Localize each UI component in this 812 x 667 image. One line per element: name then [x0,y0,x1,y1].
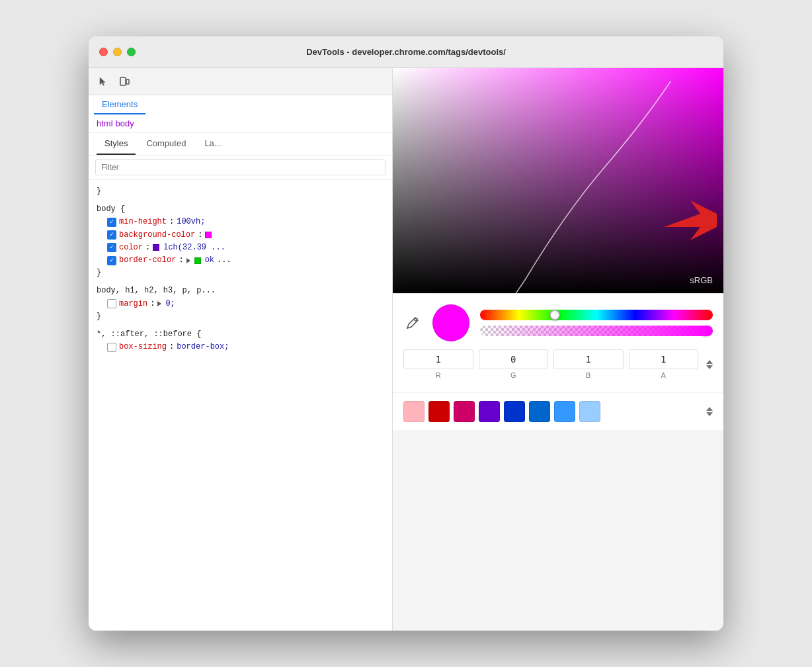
devtools-toolbar [89,68,392,95]
swatches-spinner-up[interactable] [706,407,713,411]
tab-layout[interactable]: La... [196,133,229,155]
checkbox-border-color[interactable] [107,256,116,265]
close-button[interactable] [99,48,108,56]
sliders-area [480,310,713,336]
main-tab-bar: Elements [89,95,392,114]
css-prop-color: color : lch(32.39 ... [97,242,384,254]
devtools-container: Elements html body Styles Computed La... [89,68,723,631]
hue-thumb[interactable] [549,310,560,320]
breadcrumb-html[interactable]: html [97,118,113,128]
right-panel: sRGB [393,68,723,631]
checkbox-box-sizing[interactable] [107,343,116,352]
tab-computed[interactable]: Computed [138,133,194,155]
css-rule-universal: *, ::after, ::before { box-sizing : bord… [97,328,384,353]
swatches-row [393,392,723,430]
swatch-0[interactable] [403,401,425,422]
swatch-3[interactable] [479,401,500,422]
checkbox-margin[interactable] [107,299,116,308]
window-title: DevTools - developer.chrome.com/tags/dev… [306,47,506,57]
swatch-7[interactable] [579,401,600,422]
checkbox-background-color[interactable] [107,230,116,240]
b-input-group: B [553,349,624,379]
svg-rect-1 [126,79,129,84]
g-label: G [510,371,516,379]
spinner-down[interactable] [706,365,713,369]
rgba-spinner [706,360,713,369]
color-swatch-border[interactable] [194,257,201,264]
color-preview-row [403,304,713,341]
g-input-group: G [479,349,549,379]
css-selector-universal: *, ::after, ::before { [97,328,384,341]
r-input[interactable] [403,349,473,369]
b-input[interactable] [553,349,624,369]
css-prop-box-sizing: box-sizing : border-box; [97,341,384,353]
triangle-icon-margin [157,301,161,306]
css-rule-body: body { min-height : 100vh; background-co… [97,203,384,279]
hue-slider[interactable] [480,310,713,320]
css-panel: } body { min-height : 100vh; background-… [89,180,392,631]
color-swatch-color[interactable] [153,244,159,251]
a-input-group: A [629,349,699,379]
swatch-2[interactable] [454,401,475,422]
breadcrumb-body[interactable]: body [116,118,134,128]
css-selector-body: body { [97,203,384,216]
device-icon[interactable] [115,72,134,91]
svg-point-3 [415,318,417,321]
css-prop-border-color: border-color : ok ... [97,254,384,267]
r-label: R [436,371,441,379]
css-prop-background-color: background-color : [97,229,384,242]
browser-window: DevTools - developer.chrome.com/tags/dev… [89,36,723,631]
triangle-icon-border [186,258,190,263]
filter-input[interactable] [95,159,386,175]
breadcrumb: html body [89,114,392,133]
swatches-spinner [706,407,713,416]
swatch-1[interactable] [428,401,450,422]
filter-bar [89,156,392,180]
checkbox-color[interactable] [107,243,116,252]
maximize-button[interactable] [127,48,136,56]
color-gradient-area[interactable]: sRGB [393,68,723,293]
svg-rect-0 [120,77,126,85]
color-controls: R G B A [393,293,723,392]
g-input[interactable] [479,349,549,369]
gamut-curve-svg [393,68,723,293]
eyedropper-button[interactable] [403,314,422,332]
tab-elements[interactable]: Elements [94,95,145,114]
a-input[interactable] [629,349,699,369]
alpha-thumb[interactable] [700,326,711,336]
tab-styles[interactable]: Styles [97,133,136,155]
spinner-up[interactable] [706,360,713,364]
css-rule-prev-close: } [97,185,384,198]
styles-tab-bar: Styles Computed La... [89,133,392,156]
svg-marker-2 [664,200,717,240]
swatches-spinner-down[interactable] [706,412,713,416]
css-rule-body-headings: body, h1, h2, h3, p, p... margin : 0; } [97,285,384,323]
alpha-slider[interactable] [480,326,713,336]
css-prop-min-height: min-height : 100vh; [97,216,384,228]
b-label: B [586,371,590,379]
swatch-5[interactable] [529,401,550,422]
titlebar: DevTools - developer.chrome.com/tags/dev… [89,36,723,68]
srgb-label: sRGB [690,275,713,285]
swatch-4[interactable] [504,401,525,422]
a-label: A [661,371,666,379]
color-swatch-background[interactable] [205,232,212,238]
traffic-lights [99,48,136,56]
checkbox-min-height[interactable] [107,218,116,227]
cursor-icon[interactable] [94,72,112,91]
left-panel: Elements html body Styles Computed La... [89,68,393,631]
rgba-inputs-row: R G B A [403,349,713,379]
css-prop-margin: margin : 0; [97,298,384,310]
minimize-button[interactable] [113,48,122,56]
color-preview-circle [432,304,469,341]
swatch-6[interactable] [554,401,575,422]
color-picker-panel: sRGB [393,68,723,631]
red-arrow-annotation [664,200,717,249]
css-selector-body-headings: body, h1, h2, h3, p, p... [97,285,384,297]
r-input-group: R [403,349,473,379]
